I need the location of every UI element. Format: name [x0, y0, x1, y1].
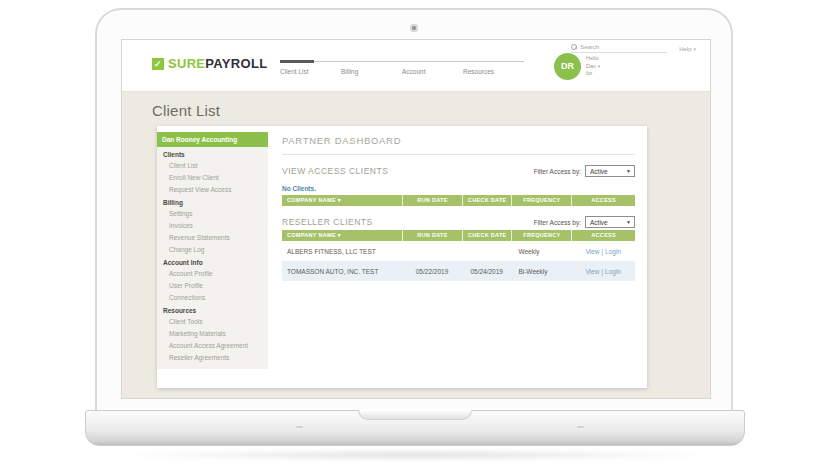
col-frequency: FREQUENCY: [511, 230, 571, 241]
sidebar-section-billing: Billing: [157, 195, 268, 207]
view-link[interactable]: View: [585, 268, 599, 275]
cell-frequency: Bi-Weekly: [511, 268, 571, 275]
cell-access: View|Login: [571, 268, 635, 275]
sidebar-section-clients: Clients: [157, 147, 268, 159]
sidebar-item-marketing-materials[interactable]: Marketing Materials: [157, 327, 268, 339]
sidebar-item-enroll-new-client[interactable]: Enroll New Client: [157, 171, 268, 183]
dropdown-arrow-icon: ▼: [626, 168, 631, 174]
sidebar-item-user-profile[interactable]: User Profile: [157, 279, 268, 291]
col-company-name[interactable]: COMPANY NAME ▾: [282, 195, 402, 206]
sidebar-item-account-access-agreement[interactable]: Account Access Agreement: [157, 339, 268, 351]
cell-access: View|Login: [571, 248, 635, 255]
sidebar-item-settings[interactable]: Settings: [157, 207, 268, 219]
cell-check-date: 05/24/2019: [462, 268, 511, 275]
sidebar-item-client-list[interactable]: Client List: [157, 159, 268, 171]
partner-dashboard-card: Dan Rooney Accounting Clients Client Lis…: [157, 126, 647, 388]
sidebar-account-header[interactable]: Dan Rooney Accounting: [157, 132, 268, 147]
login-link[interactable]: Login: [605, 248, 621, 255]
sidebar-item-connections[interactable]: Connections: [157, 291, 268, 303]
view-access-table-header: COMPANY NAME ▾ RUN DATE CHECK DATE FREQU…: [282, 195, 635, 206]
sort-arrow-icon: ▾: [338, 197, 341, 203]
reseller-filter: Filter Access by: Active ▼: [534, 216, 635, 228]
greeting-line-2: Dan ▾: [586, 63, 600, 71]
view-access-section-head: VIEW ACCESS CLIENTS Filter Access by: Ac…: [282, 165, 635, 177]
heading-divider: [282, 154, 635, 155]
col-run-date: RUN DATE: [402, 230, 462, 241]
nav-item-account[interactable]: Account: [402, 68, 463, 75]
base-screw: [296, 426, 303, 428]
help-menu[interactable]: Help ▾: [679, 46, 696, 52]
dashboard-main: PARTNER DASHBOARD VIEW ACCESS CLIENTS Fi…: [268, 126, 647, 388]
sidebar-item-request-view-access[interactable]: Request View Access: [157, 183, 268, 195]
link-separator: |: [601, 248, 603, 255]
surepayroll-logo: ✓ SURE PAYROLL: [152, 56, 267, 71]
cell-frequency: Weekly: [511, 248, 571, 255]
nav-item-client-list[interactable]: Client List: [280, 68, 341, 75]
floor-shadow: [110, 450, 720, 460]
reseller-table-header: COMPANY NAME ▾ RUN DATE CHECK DATE FREQU…: [282, 230, 635, 241]
view-link[interactable]: View: [585, 248, 599, 255]
greeting-line-3: for: [586, 70, 600, 78]
table-row: TOMASSON AUTO, INC. TEST 05/22/2019 05/2…: [282, 261, 635, 281]
cell-company: TOMASSON AUTO, INC. TEST: [282, 268, 402, 275]
sidebar: Dan Rooney Accounting Clients Client Lis…: [157, 126, 268, 388]
filter-value: Active: [590, 219, 608, 226]
reseller-filter-select[interactable]: Active ▼: [585, 216, 635, 228]
dropdown-arrow-icon: ▼: [626, 219, 631, 225]
sidebar-inner: Dan Rooney Accounting Clients Client Lis…: [157, 132, 268, 369]
reseller-clients-section: RESELLER CLIENTS Filter Access by: Activ…: [282, 216, 635, 281]
sidebar-item-account-profile[interactable]: Account Profile: [157, 267, 268, 279]
greeting-line-1: Hello: [586, 55, 600, 63]
webcam-dot: [410, 24, 418, 32]
cell-company: ALBERS FITNESS, LLC TEST: [282, 248, 402, 255]
search-placeholder: Search: [580, 44, 599, 50]
reseller-section-head: RESELLER CLIENTS Filter Access by: Activ…: [282, 216, 635, 228]
user-caret-icon: ▾: [598, 63, 601, 69]
sidebar-item-invoices[interactable]: Invoices: [157, 219, 268, 231]
logo-payroll-text: PAYROLL: [205, 56, 267, 71]
col-check-date: CHECK DATE: [462, 230, 511, 241]
search-icon: [571, 44, 577, 50]
no-clients-message: No Clients.: [282, 185, 635, 192]
base-screw: [577, 426, 584, 428]
col-run-date: RUN DATE: [402, 195, 462, 206]
sidebar-section-resources: Resources: [157, 303, 268, 315]
laptop-mockup: Search Help ▾ ✓ SURE PAYROLL Client List…: [0, 0, 830, 468]
sidebar-item-reseller-agreements[interactable]: Reseller Agreements: [157, 351, 268, 363]
col-company-name[interactable]: COMPANY NAME ▾: [282, 230, 402, 241]
login-link[interactable]: Login: [605, 268, 621, 275]
user-menu[interactable]: DR Hello Dan ▾ for: [554, 53, 600, 80]
view-access-filter-select[interactable]: Active ▼: [585, 165, 635, 177]
laptop-lid: Search Help ▾ ✓ SURE PAYROLL Client List…: [95, 8, 733, 410]
col-access: ACCESS: [571, 230, 635, 241]
nav-item-billing[interactable]: Billing: [341, 68, 402, 75]
sidebar-item-client-tools[interactable]: Client Tools: [157, 315, 268, 327]
reseller-title: RESELLER CLIENTS: [282, 217, 373, 227]
filter-value: Active: [590, 168, 608, 175]
laptop-base: [85, 410, 745, 446]
help-caret-icon: ▾: [693, 46, 696, 52]
primary-nav: Client List Billing Account Resources: [280, 61, 524, 75]
view-access-filter: Filter Access by: Active ▼: [534, 165, 635, 177]
search-input[interactable]: Search: [571, 44, 667, 53]
link-separator: |: [601, 268, 603, 275]
col-access: ACCESS: [571, 195, 635, 206]
active-tab-indicator: [280, 60, 314, 63]
help-label: Help: [679, 46, 691, 52]
sidebar-item-change-log[interactable]: Change Log: [157, 243, 268, 255]
sidebar-section-account-info: Account Info: [157, 255, 268, 267]
filter-label: Filter Access by:: [534, 219, 581, 226]
filter-label: Filter Access by:: [534, 168, 581, 175]
col-check-date: CHECK DATE: [462, 195, 511, 206]
nav-item-resources[interactable]: Resources: [463, 68, 524, 75]
table-row: ALBERS FITNESS, LLC TEST Weekly View|Log…: [282, 241, 635, 261]
logo-sure-text: SURE: [168, 56, 205, 71]
sidebar-item-revenue-statements[interactable]: Revenue Statements: [157, 231, 268, 243]
view-access-title: VIEW ACCESS CLIENTS: [282, 166, 388, 176]
logo-check-icon: ✓: [152, 58, 164, 70]
col-frequency: FREQUENCY: [511, 195, 571, 206]
utility-bar: Search Help ▾: [571, 44, 696, 53]
avatar: DR: [554, 53, 581, 80]
page-title: Client List: [152, 102, 220, 119]
user-greeting: Hello Dan ▾ for: [586, 53, 600, 80]
